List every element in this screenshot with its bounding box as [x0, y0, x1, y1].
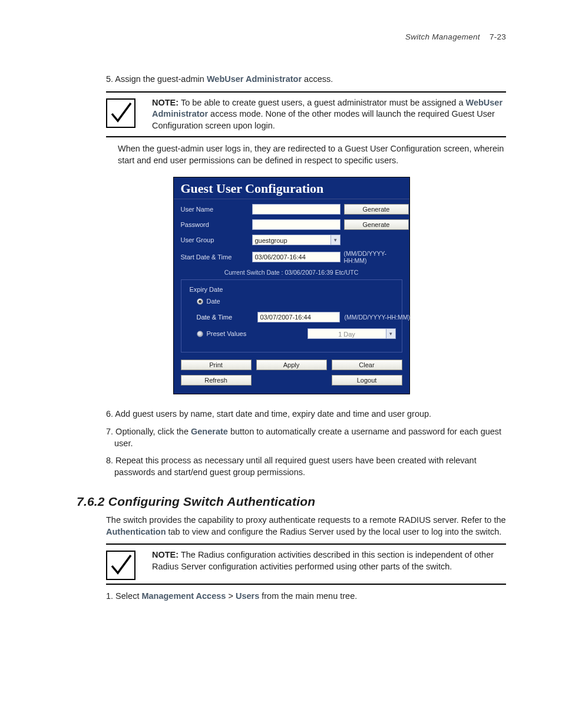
note-1-text: NOTE: To be able to create guest users, … [152, 96, 506, 133]
step-5-pre: 5. Assign the guest-admin [106, 74, 207, 84]
password-input[interactable] [252, 219, 340, 230]
expiry-hint: (MM/DD/YYYY-HH:MM) [345, 314, 415, 321]
radio-preset-label: Preset Values [207, 330, 247, 337]
sec2-1-pre: 1. Select [106, 591, 141, 601]
row-start: Start Date & Time (MM/DD/YYYY-HH:MM) [181, 250, 402, 264]
radio-date[interactable] [197, 298, 203, 305]
username-label: User Name [181, 206, 249, 213]
note-1-t1: To be able to create guest users, a gues… [178, 98, 465, 107]
preset-value: 1 Day [308, 328, 386, 339]
username-input[interactable] [252, 204, 340, 215]
start-datetime-input[interactable] [252, 252, 340, 262]
body-after-note: When the guest-admin user logs in, they … [118, 143, 506, 166]
authentication-term: Authentication [106, 527, 166, 536]
usergroup-value: guestgroup [252, 235, 331, 245]
sec2-1-post: from the main menu tree. [259, 591, 357, 601]
clear-button[interactable]: Clear [332, 360, 402, 370]
radio-date-row[interactable]: Date [197, 298, 396, 305]
password-label: Password [181, 221, 249, 228]
radio-preset[interactable] [197, 331, 203, 337]
expiry-label: Expiry Date [190, 286, 396, 293]
logout-button[interactable]: Logout [332, 375, 402, 386]
sec2-paragraph: The switch provides the capability to pr… [106, 515, 506, 538]
expiry-group: Expiry Date Date Date & Time (MM/DD/YYYY… [181, 279, 402, 353]
button-row-1: Print Apply Clear [181, 360, 402, 370]
step-5-post: access. [302, 74, 333, 84]
note-box-2: NOTE: The Radius configuration activitie… [106, 543, 506, 585]
step-7: 7. Optionally, click the Generate button… [106, 426, 506, 449]
checkmark-icon [106, 98, 135, 128]
users-term: Users [236, 591, 259, 601]
generate-username-button[interactable]: Generate [344, 204, 409, 215]
chevron-down-icon[interactable]: ▾ [331, 235, 340, 245]
note-label: NOTE: [152, 550, 178, 559]
refresh-button[interactable]: Refresh [181, 375, 252, 386]
expiry-datetime-input[interactable] [257, 312, 340, 322]
step-8: 8. Repeat this process as necessary unti… [106, 455, 506, 478]
section-heading-762: 7.6.2 Configuring Switch Authentication [77, 495, 506, 509]
note-label: NOTE: [152, 98, 178, 107]
generate-term: Generate [191, 427, 228, 436]
checkmark-icon [106, 551, 135, 580]
generate-password-button[interactable]: Generate [344, 219, 409, 230]
row-username: User Name Generate [181, 204, 402, 215]
button-row-2: Refresh Logout [181, 375, 402, 386]
start-label: Start Date & Time [181, 253, 249, 261]
current-switch-date: Current Switch Date : 03/06/2007-16:39 E… [181, 269, 402, 276]
header-page: 7-23 [490, 32, 506, 41]
webuser-admin-term: WebUser Administrator [207, 74, 302, 84]
chevron-down-icon[interactable]: ▾ [386, 328, 396, 339]
page-header: Switch Management 7-23 [77, 32, 506, 41]
usergroup-select[interactable]: guestgroup ▾ [252, 235, 340, 245]
guest-user-config-panel: Guest User Configuration User Name Gener… [173, 177, 410, 394]
preset-select[interactable]: 1 Day ▾ [308, 328, 396, 339]
sec2-step-1: 1. Select Management Access > Users from… [106, 591, 506, 602]
sec2-1-mid: > [226, 591, 236, 601]
print-button[interactable]: Print [181, 360, 252, 370]
note-2-text: NOTE: The Radius configuration activitie… [152, 548, 506, 574]
row-usergroup: User Group guestgroup ▾ [181, 235, 402, 245]
sec2-pre: The switch provides the capability to pr… [106, 515, 506, 525]
apply-button[interactable]: Apply [256, 360, 327, 370]
usergroup-label: User Group [181, 236, 249, 243]
row-expiry-datetime: Date & Time (MM/DD/YYYY-HH:MM) [197, 312, 396, 322]
note-box-1: NOTE: To be able to create guest users, … [106, 91, 506, 138]
step-6: 6. Add guest users by name, start date a… [106, 409, 506, 420]
sec2-post: tab to view and configure the Radius Ser… [166, 527, 502, 536]
radio-preset-row[interactable]: Preset Values 1 Day ▾ [197, 328, 396, 339]
radio-date-label: Date [207, 298, 220, 305]
note-2-body: The Radius configuration activities desc… [152, 550, 494, 571]
management-access-term: Management Access [141, 591, 226, 601]
start-hint: (MM/DD/YYYY-HH:MM) [344, 250, 409, 264]
expiry-datetime-label: Date & Time [197, 314, 253, 321]
step-5: 5. Assign the guest-admin WebUser Admini… [106, 74, 506, 85]
header-section: Switch Management [405, 32, 480, 41]
panel-title: Guest User Configuration [174, 177, 409, 199]
step-7-pre: 7. Optionally, click the [106, 427, 191, 436]
row-password: Password Generate [181, 219, 402, 230]
